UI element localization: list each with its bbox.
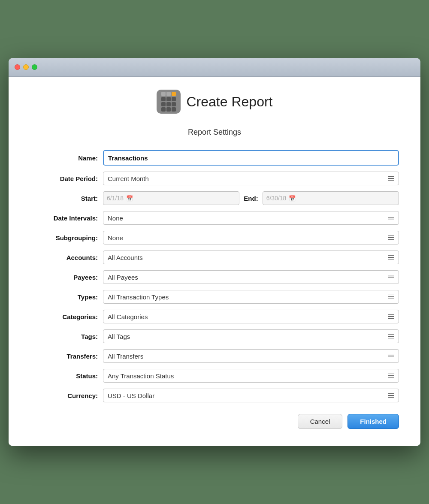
start-date-field[interactable]: 6/1/18 📅 xyxy=(103,191,239,205)
dialog-footer: Cancel Finished xyxy=(30,405,399,433)
date-intervals-value: None xyxy=(108,214,123,222)
start-end-row: Start: 6/1/18 📅 End: 6/30/18 📅 xyxy=(30,188,399,208)
minimize-button[interactable] xyxy=(23,64,29,70)
close-button[interactable] xyxy=(15,64,20,70)
dialog-title: Create Report xyxy=(187,94,273,110)
accounts-row: Accounts: All Accounts xyxy=(30,247,399,267)
subgrouping-dropdown[interactable]: None xyxy=(103,231,399,244)
calendar-icon-start: 📅 xyxy=(126,195,133,202)
end-date-value: 6/30/18 xyxy=(266,195,287,202)
categories-value: All Categories xyxy=(108,313,148,320)
menu-lines-icon-3 xyxy=(388,235,394,240)
currency-value: USD - US Dollar xyxy=(108,392,154,399)
transfers-label: Transfers: xyxy=(30,353,103,360)
transfers-row: Transfers: All Transfers xyxy=(30,346,399,366)
finished-button[interactable]: Finished xyxy=(347,414,399,429)
categories-row: Categories: All Categories xyxy=(30,307,399,326)
currency-label: Currency: xyxy=(30,392,103,399)
header-divider xyxy=(30,119,399,119)
date-range: 6/1/18 📅 End: 6/30/18 📅 xyxy=(103,191,399,205)
categories-label: Categories: xyxy=(30,313,103,320)
end-label: End: xyxy=(244,195,258,202)
payees-row: Payees: All Payees xyxy=(30,267,399,287)
start-label: Start: xyxy=(30,195,103,202)
accounts-value: All Accounts xyxy=(108,254,143,261)
titlebar xyxy=(9,58,420,77)
tags-value: All Tags xyxy=(108,333,130,340)
categories-dropdown[interactable]: All Categories xyxy=(103,310,399,323)
dialog-header: Create Report xyxy=(30,90,399,114)
form-body: Name: Date Period: Current Month Start: xyxy=(30,147,399,405)
window-content: Create Report Report Settings Name: Date… xyxy=(9,77,420,446)
menu-lines-icon-2 xyxy=(388,216,394,220)
transfers-dropdown[interactable]: All Transfers xyxy=(103,349,399,363)
subgrouping-label: Subgrouping: xyxy=(30,234,103,241)
status-label: Status: xyxy=(30,372,103,380)
payees-value: All Payees xyxy=(108,274,138,281)
end-date-field[interactable]: 6/30/18 📅 xyxy=(263,191,399,205)
menu-lines-icon-6 xyxy=(388,295,394,299)
date-intervals-label: Date Intervals: xyxy=(30,214,103,222)
transfers-value: All Transfers xyxy=(108,353,143,360)
traffic-lights xyxy=(15,64,37,70)
date-period-row: Date Period: Current Month xyxy=(30,169,399,188)
section-title: Report Settings xyxy=(30,128,399,137)
menu-lines-icon-4 xyxy=(388,255,394,260)
payees-dropdown[interactable]: All Payees xyxy=(103,270,399,284)
menu-lines-icon-5 xyxy=(388,275,394,280)
calculator-icon xyxy=(157,90,181,114)
currency-dropdown[interactable]: USD - US Dollar xyxy=(103,389,399,402)
accounts-label: Accounts: xyxy=(30,254,103,261)
tags-dropdown[interactable]: All Tags xyxy=(103,329,399,343)
start-date-value: 6/1/18 xyxy=(107,195,124,202)
types-value: All Transaction Types xyxy=(108,293,169,301)
types-row: Types: All Transaction Types xyxy=(30,287,399,307)
menu-lines-icon-10 xyxy=(388,374,394,378)
menu-lines-icon-9 xyxy=(388,354,394,359)
date-period-dropdown[interactable]: Current Month xyxy=(103,172,399,185)
main-window: Create Report Report Settings Name: Date… xyxy=(9,58,420,446)
subgrouping-row: Subgrouping: None xyxy=(30,228,399,247)
menu-lines-icon-8 xyxy=(388,334,394,339)
calendar-icon-end: 📅 xyxy=(289,195,296,202)
name-input[interactable] xyxy=(103,150,399,166)
tags-label: Tags: xyxy=(30,333,103,340)
name-row: Name: xyxy=(30,147,399,169)
menu-lines-icon xyxy=(388,176,394,181)
menu-lines-icon-7 xyxy=(388,314,394,319)
status-row: Status: Any Transaction Status xyxy=(30,366,399,386)
payees-label: Payees: xyxy=(30,274,103,281)
status-dropdown[interactable]: Any Transaction Status xyxy=(103,369,399,383)
date-intervals-dropdown[interactable]: None xyxy=(103,211,399,225)
cancel-button[interactable]: Cancel xyxy=(298,414,343,429)
date-period-label: Date Period: xyxy=(30,175,103,182)
date-period-value: Current Month xyxy=(108,175,149,182)
accounts-dropdown[interactable]: All Accounts xyxy=(103,250,399,264)
date-intervals-row: Date Intervals: None xyxy=(30,208,399,228)
subgrouping-value: None xyxy=(108,234,123,241)
types-dropdown[interactable]: All Transaction Types xyxy=(103,290,399,304)
status-value: Any Transaction Status xyxy=(108,372,174,380)
currency-row: Currency: USD - US Dollar xyxy=(30,386,399,405)
tags-row: Tags: All Tags xyxy=(30,326,399,346)
menu-lines-icon-11 xyxy=(388,393,394,398)
maximize-button[interactable] xyxy=(32,64,37,70)
name-label: Name: xyxy=(30,154,103,162)
types-label: Types: xyxy=(30,293,103,301)
